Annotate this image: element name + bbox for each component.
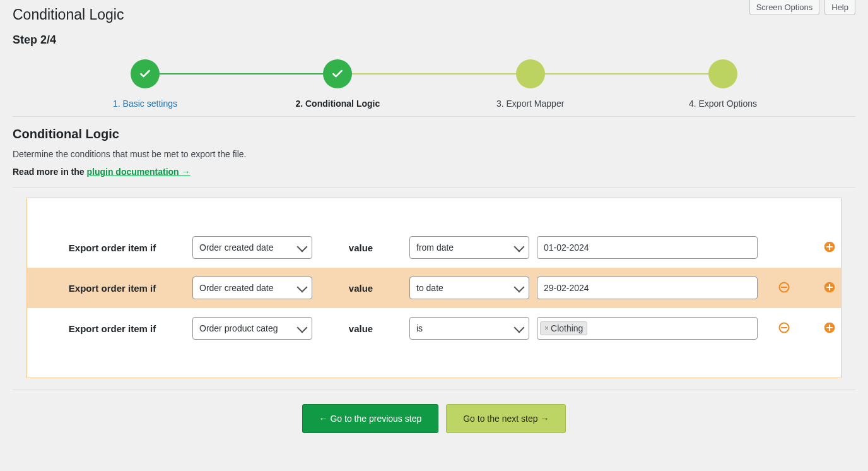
row-label: Export order item if	[46, 323, 185, 334]
previous-step-button[interactable]: ← Go to the previous step	[302, 404, 439, 433]
tag-input[interactable]: ×Clothing	[537, 317, 758, 340]
value-label: value	[320, 242, 402, 253]
row-label: Export order item if	[46, 283, 185, 294]
add-condition-button[interactable]	[823, 280, 836, 294]
section-description: Determine the conditions that must be me…	[13, 149, 855, 159]
step-label: 3. Export Mapper	[496, 98, 564, 109]
next-step-button[interactable]: Go to the next step →	[446, 404, 566, 433]
screen-options-button[interactable]: Screen Options	[749, 0, 820, 15]
check-icon	[131, 59, 160, 88]
step-export-mapper: 3. Export Mapper	[474, 59, 587, 109]
help-button[interactable]: Help	[824, 0, 855, 15]
step-export-options: 4. Export Options	[666, 59, 780, 109]
value-label: value	[320, 323, 402, 334]
conditions-box: Export order item if Order created date …	[26, 198, 842, 378]
operator-select[interactable]: from date	[409, 236, 529, 259]
tag-remove-icon[interactable]: ×	[544, 324, 549, 333]
stepper: 1. Basic settings 2. Conditional Logic 3…	[88, 59, 780, 109]
readmore-prefix: Read more in the	[13, 167, 86, 177]
step-circle-icon	[708, 59, 737, 88]
condition-row: Export order item if Order product categ…	[27, 308, 841, 349]
plugin-doc-link[interactable]: plugin documentation →	[86, 167, 190, 177]
operator-select[interactable]: to date	[409, 277, 529, 299]
value-label: value	[320, 283, 402, 294]
value-input[interactable]	[537, 277, 758, 299]
step-circle-icon	[516, 59, 545, 88]
row-label: Export order item if	[46, 242, 185, 253]
value-input[interactable]	[537, 236, 758, 259]
step-conditional-logic: 2. Conditional Logic	[281, 59, 394, 109]
page-title: Conditional Logic	[13, 6, 124, 23]
divider	[13, 390, 855, 390]
field-select[interactable]: Order created date	[192, 277, 312, 299]
remove-condition-button[interactable]	[777, 321, 791, 335]
tag-label: Clothing	[551, 323, 583, 333]
doc-link-line: Read more in the plugin documentation →	[13, 167, 855, 177]
field-select[interactable]: Order created date	[192, 236, 312, 259]
step-basic-settings[interactable]: 1. Basic settings	[88, 59, 202, 109]
divider	[13, 116, 855, 117]
add-condition-button[interactable]	[823, 240, 836, 254]
top-buttons: Screen Options Help	[749, 0, 855, 15]
field-select[interactable]: Order product categ	[192, 317, 312, 340]
step-indicator: Step 2/4	[13, 33, 855, 47]
condition-row: Export order item if Order created date …	[27, 227, 841, 268]
section-title: Conditional Logic	[13, 127, 855, 141]
check-icon	[323, 59, 352, 88]
step-label: 4. Export Options	[689, 98, 757, 109]
add-condition-button[interactable]	[823, 321, 836, 335]
condition-row: Export order item if Order created date …	[27, 268, 841, 308]
step-label: 2. Conditional Logic	[295, 98, 380, 109]
step-label: 1. Basic settings	[113, 98, 177, 109]
remove-condition-button[interactable]	[777, 280, 791, 294]
tag-clothing[interactable]: ×Clothing	[540, 321, 587, 335]
divider	[13, 187, 855, 188]
footer-buttons: ← Go to the previous step Go to the next…	[13, 404, 855, 433]
operator-select[interactable]: is	[409, 317, 529, 340]
